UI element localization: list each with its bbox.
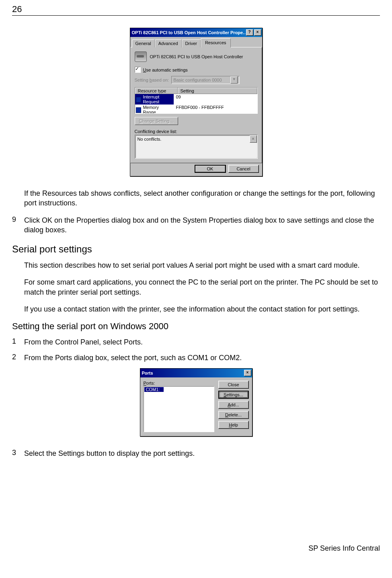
title-bar[interactable]: OPTi 82C861 PCI to USB Open Host Control… [130,28,262,37]
page-number: 26 [12,4,380,14]
help-button[interactable]: Help [218,421,249,429]
ports-left: Ports: COM1: [144,381,214,432]
device-icon [135,51,147,62]
step-text: Select the Settings button to display th… [24,449,195,458]
close-button[interactable]: × [254,29,261,36]
step-number: 2 [12,353,24,363]
col-resource-type[interactable]: Resource type [135,88,178,94]
scroll-up-icon: ▲ [250,135,257,143]
col-setting[interactable]: Setting [178,88,257,94]
setting-based-label: Setting based on: [135,78,169,82]
step-number: 3 [12,449,24,458]
tab-resources[interactable]: Resources [201,38,231,47]
tab-strip: General Advanced Driver Resources [130,37,262,47]
ports-label: Ports: [144,381,214,385]
ports-dialog: Ports × Ports: COM1: Close Settings... A… [140,368,252,437]
paragraph: For some smart card applications, you co… [24,277,380,297]
dialog-body: Ports: COM1: Close Settings... Add... De… [140,377,252,436]
step-1: 1 From the Control Panel, select Ports. [12,337,380,347]
device-row: OPTi 82C861 PCI to USB Open Host Control… [135,51,258,62]
use-automatic-checkbox[interactable] [135,67,141,73]
title-bar[interactable]: Ports × [140,369,252,377]
properties-dialog: OPTi 82C861 PCI to USB Open Host Control… [130,28,263,176]
conflict-text: No conflicts. [138,137,162,141]
cell-type: Interrupt Request [143,94,172,105]
setting-based-value: Basic configuration 0000 [173,78,222,82]
heading-serial-port-settings: Serial port settings [12,244,380,255]
paragraph: If the Resources tab shows conflicts, se… [24,189,380,208]
ok-button[interactable]: OK [195,165,226,173]
dialog-footer: OK Cancel [130,163,262,176]
device-name: OPTi 82C861 PCI to USB Open Host Control… [150,54,243,59]
paragraph: This section describes how to set serial… [24,260,380,270]
use-automatic-label: UUse automatic settingsse automatic sett… [143,68,188,72]
step-number: 9 [12,215,24,235]
dialog-title: OPTi 82C861 PCI to USB Open Host Control… [132,30,245,35]
dialog-title: Ports [142,371,244,375]
step-text: From the Ports dialog box, select the po… [24,353,242,363]
resource-listbox[interactable]: Resource type Setting Interrupt Request … [135,87,258,114]
resource-icon [136,97,142,102]
cell-setting: FFBDF000 - FFBDFFFF [174,105,257,114]
tab-advanced[interactable]: Advanced [155,39,182,47]
setting-based-row: Setting based on: Basic configuration 00… [135,76,258,84]
step-text: Click OK on the Properties dialog box an… [24,215,380,235]
step-3: 3 Select the Settings button to display … [12,449,380,458]
delete-button[interactable]: Delete... [218,411,249,419]
resources-panel: OPTi 82C861 PCI to USB Open Host Control… [130,47,262,163]
document-page: 26 OPTi 82C861 PCI to USB Open Host Cont… [0,0,392,563]
combo-dropdown-icon: ▼ [230,76,238,84]
step-9: 9 Click OK on the Properties dialog box … [12,215,380,235]
setting-based-combo: Basic configuration 0000 ▼ [171,76,240,84]
use-automatic-row[interactable]: UUse automatic settingsse automatic sett… [135,67,258,73]
header-rule [12,15,380,16]
ports-buttons: Close Settings... Add... Delete... Help [218,381,249,432]
help-button[interactable]: ? [246,29,253,36]
cell-setting: 09 [174,94,257,105]
add-button[interactable]: Add... [218,401,249,409]
step-text: From the Control Panel, select Ports. [24,337,143,347]
step-2: 2 From the Ports dialog box, select the … [12,353,380,363]
page-footer: SP Series Info Central [308,544,380,553]
list-row[interactable]: Memory Range FFBDF000 - FFBDFFFF [135,105,257,114]
tab-general[interactable]: General [132,39,155,47]
list-header: Resource type Setting [135,88,257,94]
paragraph: If you use a contact station with the pr… [24,304,380,314]
list-row[interactable]: Interrupt Request 09 [135,94,257,105]
ports-listbox[interactable]: COM1: [144,386,214,432]
ports-dialog-figure: Ports × Ports: COM1: Close Settings... A… [12,368,380,437]
change-setting-button: Change Setting… [135,117,179,125]
conflict-listbox: No conflicts. ▲ [135,135,258,159]
dialog-body: General Advanced Driver Resources OPTi 8… [130,37,262,176]
properties-dialog-figure: OPTi 82C861 PCI to USB Open Host Control… [12,28,380,176]
tab-driver[interactable]: Driver [182,39,201,47]
step-number: 1 [12,337,24,347]
port-item-com1[interactable]: COM1: [144,387,164,392]
settings-button[interactable]: Settings... [218,391,249,399]
close-button[interactable]: Close [218,381,249,389]
cancel-button[interactable]: Cancel [228,165,259,173]
conflict-label: Conflicting device list: [135,129,258,134]
heading-win2000: Setting the serial port on Windows 2000 [12,321,380,332]
cell-type: Memory Range [143,105,172,114]
close-button[interactable]: × [244,370,251,376]
resource-icon [136,107,142,113]
